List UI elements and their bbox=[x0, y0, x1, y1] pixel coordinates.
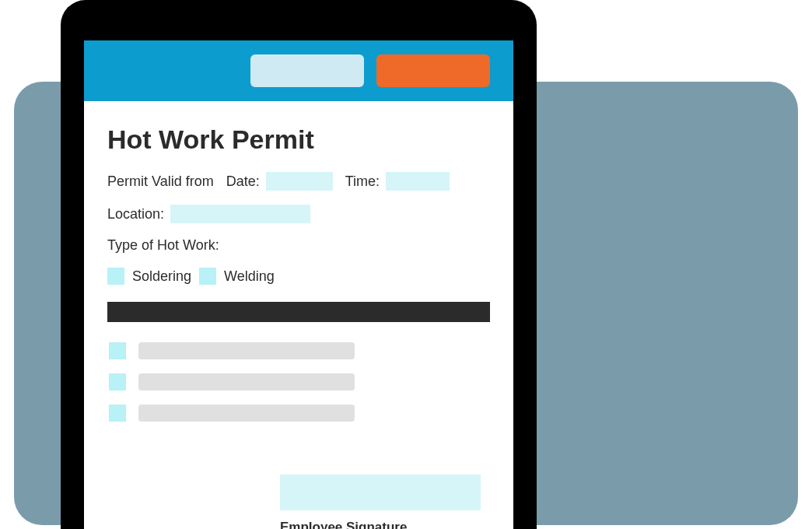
time-input[interactable] bbox=[386, 172, 450, 191]
location-input[interactable] bbox=[170, 205, 310, 223]
location-label: Location: bbox=[107, 206, 164, 222]
signature-input[interactable] bbox=[280, 475, 481, 510]
checklist-row bbox=[107, 405, 490, 422]
date-label: Date: bbox=[226, 173, 260, 190]
welding-label: Welding bbox=[224, 268, 275, 285]
location-row: Location: bbox=[107, 205, 490, 223]
tablet-frame: Hot Work Permit Permit Valid from Date: … bbox=[61, 0, 537, 529]
checklist-item-placeholder bbox=[138, 342, 355, 359]
form-body: Permit Valid from Date: Time: Location: … bbox=[84, 172, 513, 422]
time-label: Time: bbox=[345, 173, 380, 190]
valid-from-label: Permit Valid from bbox=[107, 173, 214, 190]
tablet-screen: Hot Work Permit Permit Valid from Date: … bbox=[84, 40, 513, 529]
secondary-button[interactable] bbox=[250, 54, 364, 87]
primary-button[interactable] bbox=[376, 54, 490, 87]
checklist-checkbox[interactable] bbox=[109, 373, 126, 391]
type-label: Type of Hot Work: bbox=[107, 237, 219, 254]
date-input[interactable] bbox=[266, 172, 333, 191]
header-bar bbox=[84, 40, 513, 101]
checklist-row bbox=[107, 342, 490, 359]
welding-checkbox[interactable] bbox=[199, 268, 216, 285]
checklist-checkbox[interactable] bbox=[109, 405, 126, 422]
valid-from-row: Permit Valid from Date: Time: bbox=[107, 172, 490, 191]
checklist-item-placeholder bbox=[138, 405, 355, 422]
soldering-checkbox[interactable] bbox=[107, 268, 124, 285]
type-options-row: Soldering Welding bbox=[107, 268, 490, 285]
signature-block: Employee Signature bbox=[280, 475, 481, 529]
checklist-checkbox[interactable] bbox=[109, 342, 126, 359]
section-divider bbox=[107, 302, 490, 322]
type-label-row: Type of Hot Work: bbox=[107, 237, 490, 254]
checklist-row bbox=[107, 373, 490, 391]
checklist-item-placeholder bbox=[138, 373, 355, 391]
form-title: Hot Work Permit bbox=[84, 101, 513, 172]
signature-label: Employee Signature bbox=[280, 520, 481, 529]
soldering-label: Soldering bbox=[132, 268, 191, 285]
